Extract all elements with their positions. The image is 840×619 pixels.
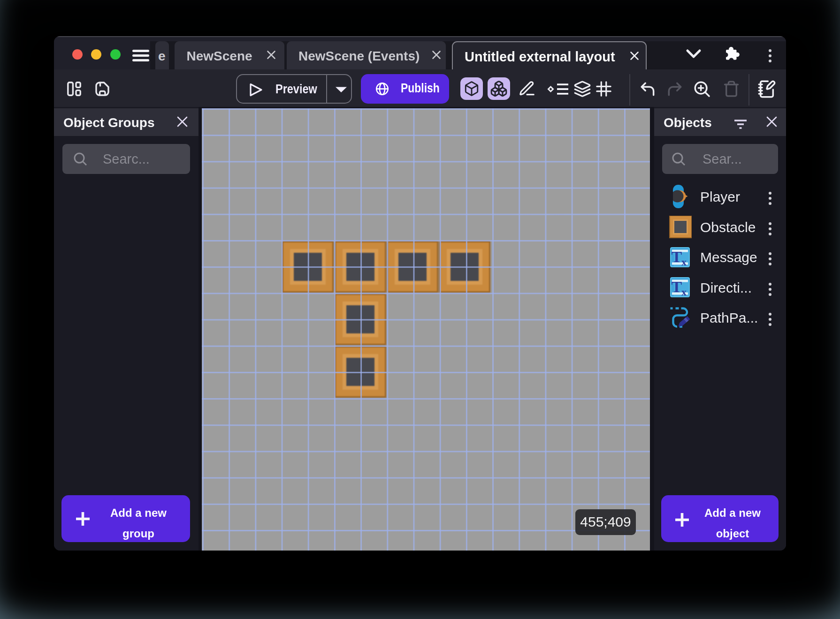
svg-text:x: x bbox=[681, 286, 687, 298]
svg-text:T: T bbox=[672, 248, 682, 265]
svg-text:T: T bbox=[672, 278, 682, 295]
svg-text:x: x bbox=[681, 256, 687, 267]
